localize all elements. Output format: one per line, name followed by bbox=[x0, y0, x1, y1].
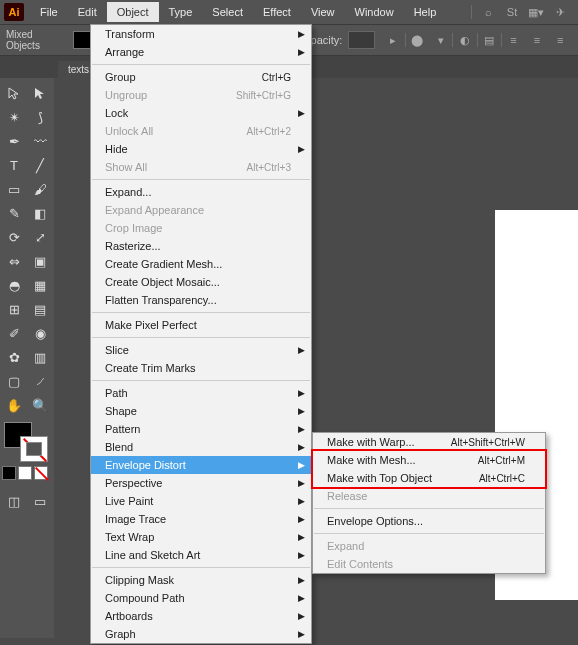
plane-icon[interactable]: ✈ bbox=[552, 4, 568, 20]
menu-item[interactable]: Image Trace▶ bbox=[91, 510, 311, 528]
menu-item[interactable]: Envelope Distort▶ bbox=[91, 456, 311, 474]
stock-icon[interactable]: St bbox=[504, 4, 520, 20]
menu-item[interactable]: Expand... bbox=[91, 183, 311, 201]
chevron-right-icon[interactable]: ▸ bbox=[385, 32, 400, 48]
menu-item[interactable]: Create Gradient Mesh... bbox=[91, 255, 311, 273]
graph-tool-icon[interactable]: ▥ bbox=[28, 346, 52, 368]
menu-item[interactable]: Perspective▶ bbox=[91, 474, 311, 492]
menu-item[interactable]: GroupCtrl+G bbox=[91, 68, 311, 86]
align-left-icon[interactable]: ≡ bbox=[506, 32, 521, 48]
submenu-item[interactable]: Make with Warp...Alt+Shift+Ctrl+W bbox=[313, 433, 545, 451]
menu-item[interactable]: Compound Path▶ bbox=[91, 589, 311, 607]
menu-object[interactable]: Object bbox=[107, 2, 159, 22]
submenu-arrow-icon: ▶ bbox=[298, 144, 305, 154]
menu-item[interactable]: Shape▶ bbox=[91, 402, 311, 420]
scale-tool-icon[interactable]: ⤢ bbox=[28, 226, 52, 248]
perspective-tool-icon[interactable]: ▦ bbox=[28, 274, 52, 296]
mesh-tool-icon[interactable]: ⊞ bbox=[2, 298, 26, 320]
blend-tool-icon[interactable]: ◉ bbox=[28, 322, 52, 344]
style-icon[interactable]: ⬤ bbox=[410, 32, 425, 48]
menu-file[interactable]: File bbox=[30, 2, 68, 22]
selection-tool-icon[interactable] bbox=[2, 82, 26, 104]
menu-item[interactable]: Text Wrap▶ bbox=[91, 528, 311, 546]
submenu-arrow-icon: ▶ bbox=[298, 575, 305, 585]
menu-item[interactable]: Graph▶ bbox=[91, 625, 311, 643]
menu-item[interactable]: Create Trim Marks bbox=[91, 359, 311, 377]
artboard-tool-icon[interactable]: ▢ bbox=[2, 370, 26, 392]
menu-item[interactable]: Clipping Mask▶ bbox=[91, 571, 311, 589]
align-icon[interactable]: ▤ bbox=[482, 32, 497, 48]
gradient-mode-icon[interactable] bbox=[18, 466, 32, 480]
menu-item[interactable]: Hide▶ bbox=[91, 140, 311, 158]
menu-item[interactable]: Flatten Transparency... bbox=[91, 291, 311, 309]
submenu-item[interactable]: Envelope Options... bbox=[313, 512, 545, 530]
magic-wand-tool-icon[interactable]: ✴ bbox=[2, 106, 26, 128]
menu-select[interactable]: Select bbox=[202, 2, 253, 22]
lasso-tool-icon[interactable]: ⟆ bbox=[28, 106, 52, 128]
curvature-tool-icon[interactable]: 〰 bbox=[28, 130, 52, 152]
type-tool-icon[interactable]: T bbox=[2, 154, 26, 176]
menu-item: Show AllAlt+Ctrl+3 bbox=[91, 158, 311, 176]
color-mode-icon[interactable] bbox=[2, 466, 16, 480]
width-tool-icon[interactable]: ⇔ bbox=[2, 250, 26, 272]
menu-item[interactable]: Live Paint▶ bbox=[91, 492, 311, 510]
app-icon: Ai bbox=[4, 3, 24, 21]
submenu-arrow-icon: ▶ bbox=[298, 345, 305, 355]
menu-item[interactable]: Create Object Mosaic... bbox=[91, 273, 311, 291]
submenu-item: Release bbox=[313, 487, 545, 505]
menu-item[interactable]: Path▶ bbox=[91, 384, 311, 402]
submenu-arrow-icon: ▶ bbox=[298, 550, 305, 560]
line-tool-icon[interactable]: ╱ bbox=[28, 154, 52, 176]
hand-tool-icon[interactable]: ✋ bbox=[2, 394, 26, 416]
submenu-arrow-icon: ▶ bbox=[298, 406, 305, 416]
rotate-tool-icon[interactable]: ⟳ bbox=[2, 226, 26, 248]
menu-item[interactable]: Pattern▶ bbox=[91, 420, 311, 438]
screen-mode-icon[interactable]: ▭ bbox=[28, 490, 52, 512]
fill-stroke-swatches[interactable] bbox=[2, 422, 50, 462]
menu-item[interactable]: Arrange▶ bbox=[91, 43, 311, 61]
opacity-field[interactable] bbox=[348, 31, 375, 49]
selection-type-label: Mixed Objects bbox=[6, 29, 67, 51]
menu-item[interactable]: Line and Sketch Art▶ bbox=[91, 546, 311, 564]
submenu-item[interactable]: Make with Mesh...Alt+Ctrl+M bbox=[313, 451, 545, 469]
shape-builder-tool-icon[interactable]: ◓ bbox=[2, 274, 26, 296]
gradient-tool-icon[interactable]: ▤ bbox=[28, 298, 52, 320]
free-transform-tool-icon[interactable]: ▣ bbox=[28, 250, 52, 272]
menu-item[interactable]: Make Pixel Perfect bbox=[91, 316, 311, 334]
eyedropper-tool-icon[interactable]: ✐ bbox=[2, 322, 26, 344]
recolor-icon[interactable]: ◐ bbox=[457, 32, 472, 48]
none-mode-icon[interactable] bbox=[34, 466, 48, 480]
menu-item[interactable]: Transform▶ bbox=[91, 25, 311, 43]
shaper-tool-icon[interactable]: ✎ bbox=[2, 202, 26, 224]
menubar-right: ⌕ St ▦▾ ✈ bbox=[471, 4, 578, 20]
direct-selection-tool-icon[interactable] bbox=[28, 82, 52, 104]
align-right-icon[interactable]: ≡ bbox=[553, 32, 568, 48]
slice-tool-icon[interactable]: ⟋ bbox=[28, 370, 52, 392]
submenu-arrow-icon: ▶ bbox=[298, 29, 305, 39]
menu-item[interactable]: Rasterize... bbox=[91, 237, 311, 255]
submenu-arrow-icon: ▶ bbox=[298, 388, 305, 398]
zoom-tool-icon[interactable]: 🔍 bbox=[28, 394, 52, 416]
rectangle-tool-icon[interactable]: ▭ bbox=[2, 178, 26, 200]
paintbrush-tool-icon[interactable]: 🖌 bbox=[28, 178, 52, 200]
draw-mode-icon[interactable]: ◫ bbox=[2, 490, 26, 512]
chevron-down-icon[interactable]: ▾ bbox=[433, 32, 448, 48]
menu-item[interactable]: Blend▶ bbox=[91, 438, 311, 456]
search-icon[interactable]: ⌕ bbox=[480, 4, 496, 20]
menu-item[interactable]: Slice▶ bbox=[91, 341, 311, 359]
pen-tool-icon[interactable]: ✒ bbox=[2, 130, 26, 152]
menu-help[interactable]: Help bbox=[404, 2, 447, 22]
menu-type[interactable]: Type bbox=[159, 2, 203, 22]
menu-item[interactable]: Artboards▶ bbox=[91, 607, 311, 625]
menu-edit[interactable]: Edit bbox=[68, 2, 107, 22]
align-center-icon[interactable]: ≡ bbox=[529, 32, 544, 48]
menu-effect[interactable]: Effect bbox=[253, 2, 301, 22]
menu-window[interactable]: Window bbox=[345, 2, 404, 22]
workspace-switcher-icon[interactable]: ▦▾ bbox=[528, 4, 544, 20]
menu-item: Unlock AllAlt+Ctrl+2 bbox=[91, 122, 311, 140]
menu-item[interactable]: Lock▶ bbox=[91, 104, 311, 122]
symbol-sprayer-tool-icon[interactable]: ✿ bbox=[2, 346, 26, 368]
menu-view[interactable]: View bbox=[301, 2, 345, 22]
eraser-tool-icon[interactable]: ◧ bbox=[28, 202, 52, 224]
submenu-item[interactable]: Make with Top ObjectAlt+Ctrl+C bbox=[313, 469, 545, 487]
